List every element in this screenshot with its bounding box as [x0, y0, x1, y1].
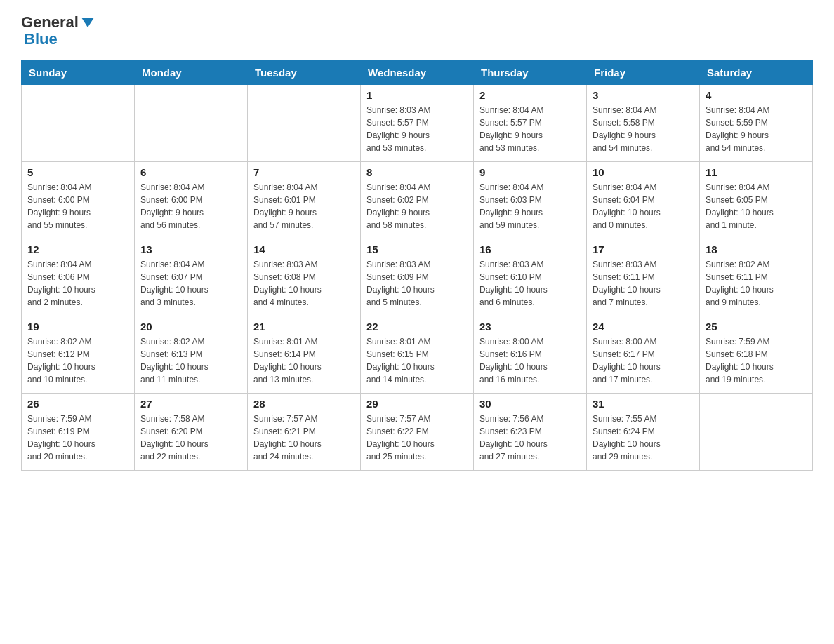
- calendar-cell: 19Sunrise: 8:02 AM Sunset: 6:12 PM Dayli…: [22, 316, 135, 394]
- day-number: 30: [479, 398, 581, 410]
- calendar-cell: [135, 85, 248, 162]
- calendar-cell: 26Sunrise: 7:59 AM Sunset: 6:19 PM Dayli…: [22, 394, 135, 471]
- calendar-cell: 21Sunrise: 8:01 AM Sunset: 6:14 PM Dayli…: [248, 316, 361, 394]
- calendar-cell: 12Sunrise: 8:04 AM Sunset: 6:06 PM Dayli…: [22, 239, 135, 316]
- day-info: Sunrise: 8:03 AM Sunset: 6:09 PM Dayligh…: [366, 258, 468, 309]
- day-info: Sunrise: 7:58 AM Sunset: 6:20 PM Dayligh…: [140, 412, 241, 463]
- logo-container: General Blue: [21, 14, 95, 48]
- weekday-header-thursday: Thursday: [474, 61, 587, 85]
- calendar-cell: 15Sunrise: 8:03 AM Sunset: 6:09 PM Dayli…: [361, 239, 474, 316]
- day-number: 6: [140, 166, 241, 178]
- calendar-cell: 11Sunrise: 8:04 AM Sunset: 6:05 PM Dayli…: [700, 162, 813, 239]
- calendar-cell: 9Sunrise: 8:04 AM Sunset: 6:03 PM Daylig…: [474, 162, 587, 239]
- calendar-cell: 20Sunrise: 8:02 AM Sunset: 6:13 PM Dayli…: [135, 316, 248, 394]
- day-number: 1: [366, 89, 468, 101]
- day-info: Sunrise: 8:04 AM Sunset: 5:58 PM Dayligh…: [593, 104, 694, 154]
- day-info: Sunrise: 8:00 AM Sunset: 6:17 PM Dayligh…: [593, 335, 694, 386]
- day-info: Sunrise: 7:59 AM Sunset: 6:19 PM Dayligh…: [27, 412, 128, 463]
- day-info: Sunrise: 7:56 AM Sunset: 6:23 PM Dayligh…: [479, 412, 581, 463]
- calendar-cell: 22Sunrise: 8:01 AM Sunset: 6:15 PM Dayli…: [361, 316, 474, 394]
- week-row-5: 26Sunrise: 7:59 AM Sunset: 6:19 PM Dayli…: [22, 394, 813, 471]
- day-number: 27: [140, 398, 241, 410]
- day-info: Sunrise: 8:04 AM Sunset: 6:05 PM Dayligh…: [706, 181, 807, 232]
- calendar-cell: 10Sunrise: 8:04 AM Sunset: 6:04 PM Dayli…: [587, 162, 700, 239]
- day-info: Sunrise: 8:04 AM Sunset: 5:59 PM Dayligh…: [706, 104, 807, 154]
- day-info: Sunrise: 8:04 AM Sunset: 5:57 PM Dayligh…: [479, 104, 581, 154]
- week-row-1: 1Sunrise: 8:03 AM Sunset: 5:57 PM Daylig…: [22, 85, 813, 162]
- day-info: Sunrise: 8:01 AM Sunset: 6:15 PM Dayligh…: [366, 335, 468, 386]
- day-number: 4: [706, 89, 807, 101]
- day-number: 20: [140, 321, 241, 333]
- calendar-cell: 23Sunrise: 8:00 AM Sunset: 6:16 PM Dayli…: [474, 316, 587, 394]
- day-info: Sunrise: 8:03 AM Sunset: 6:11 PM Dayligh…: [593, 258, 694, 309]
- day-info: Sunrise: 8:04 AM Sunset: 6:03 PM Dayligh…: [479, 181, 581, 232]
- calendar-cell: 13Sunrise: 8:04 AM Sunset: 6:07 PM Dayli…: [135, 239, 248, 316]
- day-info: Sunrise: 8:03 AM Sunset: 5:57 PM Dayligh…: [366, 104, 468, 154]
- logo-triangle-icon: [80, 15, 95, 30]
- day-number: 23: [479, 321, 581, 333]
- calendar-cell: 28Sunrise: 7:57 AM Sunset: 6:21 PM Dayli…: [248, 394, 361, 471]
- weekday-header-monday: Monday: [135, 61, 248, 85]
- calendar-cell: 27Sunrise: 7:58 AM Sunset: 6:20 PM Dayli…: [135, 394, 248, 471]
- day-info: Sunrise: 8:00 AM Sunset: 6:16 PM Dayligh…: [479, 335, 581, 386]
- day-number: 14: [253, 243, 355, 255]
- calendar-cell: 30Sunrise: 7:56 AM Sunset: 6:23 PM Dayli…: [474, 394, 587, 471]
- calendar-cell: 29Sunrise: 7:57 AM Sunset: 6:22 PM Dayli…: [361, 394, 474, 471]
- day-number: 13: [140, 243, 241, 255]
- day-number: 22: [366, 321, 468, 333]
- day-info: Sunrise: 8:04 AM Sunset: 6:00 PM Dayligh…: [27, 181, 128, 232]
- day-info: Sunrise: 8:02 AM Sunset: 6:11 PM Dayligh…: [706, 258, 807, 309]
- day-info: Sunrise: 7:57 AM Sunset: 6:21 PM Dayligh…: [253, 412, 355, 463]
- logo: General Blue: [21, 14, 95, 48]
- day-info: Sunrise: 8:04 AM Sunset: 6:04 PM Dayligh…: [593, 181, 694, 232]
- day-number: 8: [366, 166, 468, 178]
- day-number: 18: [706, 243, 807, 255]
- day-info: Sunrise: 7:59 AM Sunset: 6:18 PM Dayligh…: [706, 335, 807, 386]
- day-info: Sunrise: 7:57 AM Sunset: 6:22 PM Dayligh…: [366, 412, 468, 463]
- weekday-header-row: SundayMondayTuesdayWednesdayThursdayFrid…: [22, 61, 813, 85]
- calendar-cell: [700, 394, 813, 471]
- calendar-table: SundayMondayTuesdayWednesdayThursdayFrid…: [21, 60, 813, 471]
- logo-general: General: [21, 14, 79, 31]
- calendar-cell: 5Sunrise: 8:04 AM Sunset: 6:00 PM Daylig…: [22, 162, 135, 239]
- week-row-2: 5Sunrise: 8:04 AM Sunset: 6:00 PM Daylig…: [22, 162, 813, 239]
- day-info: Sunrise: 8:03 AM Sunset: 6:08 PM Dayligh…: [253, 258, 355, 309]
- day-number: 9: [479, 166, 581, 178]
- day-number: 21: [253, 321, 355, 333]
- calendar-cell: 16Sunrise: 8:03 AM Sunset: 6:10 PM Dayli…: [474, 239, 587, 316]
- day-number: 7: [253, 166, 355, 178]
- calendar-cell: 4Sunrise: 8:04 AM Sunset: 5:59 PM Daylig…: [700, 85, 813, 162]
- week-row-3: 12Sunrise: 8:04 AM Sunset: 6:06 PM Dayli…: [22, 239, 813, 316]
- svg-marker-0: [81, 18, 94, 27]
- day-number: 2: [479, 89, 581, 101]
- day-info: Sunrise: 8:02 AM Sunset: 6:13 PM Dayligh…: [140, 335, 241, 386]
- calendar-cell: 14Sunrise: 8:03 AM Sunset: 6:08 PM Dayli…: [248, 239, 361, 316]
- day-number: 3: [593, 89, 694, 101]
- day-number: 19: [27, 321, 128, 333]
- day-info: Sunrise: 8:01 AM Sunset: 6:14 PM Dayligh…: [253, 335, 355, 386]
- day-number: 12: [27, 243, 128, 255]
- day-info: Sunrise: 8:04 AM Sunset: 6:07 PM Dayligh…: [140, 258, 241, 309]
- day-info: Sunrise: 8:04 AM Sunset: 6:06 PM Dayligh…: [27, 258, 128, 309]
- day-info: Sunrise: 8:02 AM Sunset: 6:12 PM Dayligh…: [27, 335, 128, 386]
- weekday-header-wednesday: Wednesday: [361, 61, 474, 85]
- day-number: 17: [593, 243, 694, 255]
- day-number: 16: [479, 243, 581, 255]
- day-info: Sunrise: 7:55 AM Sunset: 6:24 PM Dayligh…: [593, 412, 694, 463]
- calendar-cell: 6Sunrise: 8:04 AM Sunset: 6:00 PM Daylig…: [135, 162, 248, 239]
- calendar-cell: [248, 85, 361, 162]
- day-number: 26: [27, 398, 128, 410]
- calendar-cell: 1Sunrise: 8:03 AM Sunset: 5:57 PM Daylig…: [361, 85, 474, 162]
- week-row-4: 19Sunrise: 8:02 AM Sunset: 6:12 PM Dayli…: [22, 316, 813, 394]
- logo-blue: Blue: [24, 30, 58, 48]
- calendar-cell: 24Sunrise: 8:00 AM Sunset: 6:17 PM Dayli…: [587, 316, 700, 394]
- day-info: Sunrise: 8:03 AM Sunset: 6:10 PM Dayligh…: [479, 258, 581, 309]
- weekday-header-friday: Friday: [587, 61, 700, 85]
- day-info: Sunrise: 8:04 AM Sunset: 6:01 PM Dayligh…: [253, 181, 355, 232]
- day-number: 5: [27, 166, 128, 178]
- weekday-header-sunday: Sunday: [22, 61, 135, 85]
- calendar-cell: 8Sunrise: 8:04 AM Sunset: 6:02 PM Daylig…: [361, 162, 474, 239]
- day-info: Sunrise: 8:04 AM Sunset: 6:00 PM Dayligh…: [140, 181, 241, 232]
- day-number: 29: [366, 398, 468, 410]
- day-number: 10: [593, 166, 694, 178]
